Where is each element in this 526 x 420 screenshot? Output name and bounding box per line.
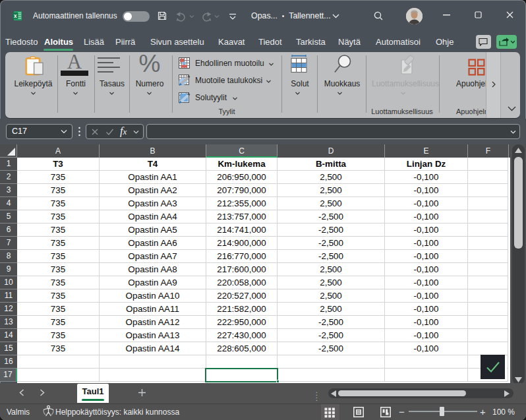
svg-text:x: x: [14, 13, 17, 19]
